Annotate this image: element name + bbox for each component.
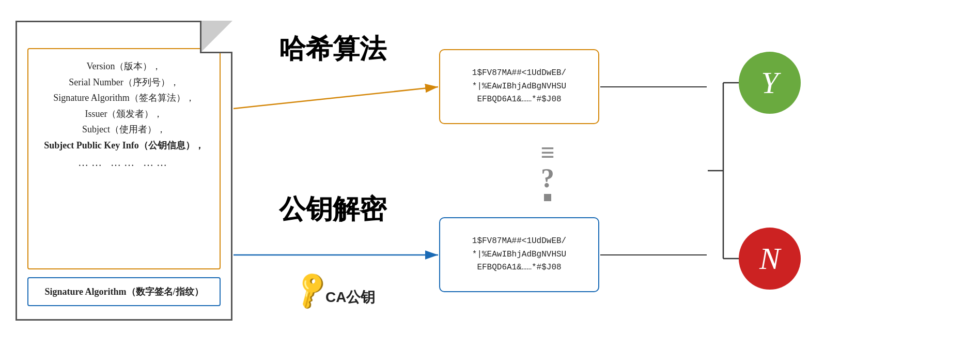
result-yes-label: Y	[761, 65, 778, 101]
cert-item-subject: Subject（使用者），	[34, 122, 214, 138]
signature-label: Signature Algorithm（数字签名/指纹）	[34, 285, 214, 298]
ca-pubkey-label: CA公钥	[325, 288, 375, 307]
comparison-area: ≡ ?	[517, 140, 579, 202]
cert-item-pubkey: Subject Public Key Info（公钥信息），	[34, 138, 214, 154]
result-no-circle: N	[739, 228, 801, 290]
signature-box: Signature Algorithm（数字签名/指纹）	[27, 277, 221, 306]
diagram-container: Version（版本）， Serial Number（序列号）， Signatu…	[0, 0, 980, 347]
certificate-box: Version（版本）， Serial Number（序列号）， Signatu…	[15, 21, 232, 321]
cert-item-version: Version（版本），	[34, 58, 214, 74]
result-yes-circle: Y	[739, 52, 801, 114]
comparison-square	[544, 194, 551, 201]
svg-line-3	[234, 87, 438, 109]
decrypt-output-bubble: 1$FV87MA##<1UdDwEB/*|%EAwIBhjAdBgNVHSUEF…	[439, 217, 599, 292]
hash-output-text: 1$FV87MA##<1UdDwEB/*|%EAwIBhjAdBgNVHSUEF…	[472, 67, 566, 107]
cert-item-sig-alg: Signature Algorithm（签名算法），	[34, 90, 214, 106]
decrypt-output-text: 1$FV87MA##<1UdDwEB/*|%EAwIBhjAdBgNVHSUEF…	[472, 235, 566, 275]
cert-item-dots: …… …… ……	[34, 154, 214, 171]
question-symbol: ?	[541, 165, 554, 192]
cert-item-serial: Serial Number（序列号），	[34, 74, 214, 90]
hash-output-bubble: 1$FV87MA##<1UdDwEB/*|%EAwIBhjAdBgNVHSUEF…	[439, 49, 599, 124]
equals-symbol: ≡	[540, 140, 554, 165]
fold-triangle	[201, 21, 232, 52]
cert-item-issuer: Issuer（颁发者），	[34, 106, 214, 122]
cert-info-section: Version（版本）， Serial Number（序列号）， Signatu…	[27, 48, 221, 269]
pubkey-decrypt-label: 公钥解密	[279, 191, 386, 228]
result-no-label: N	[759, 241, 780, 277]
hash-algorithm-label: 哈希算法	[279, 31, 386, 67]
